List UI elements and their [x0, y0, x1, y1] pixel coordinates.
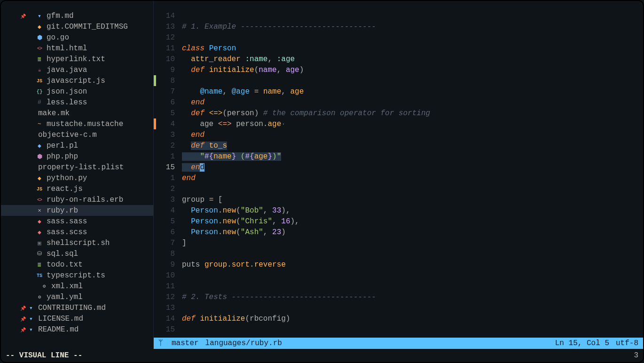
line-number: 1 [154, 174, 180, 182]
xml-icon [41, 283, 47, 290]
code-text: def initialize(name, age) [180, 66, 304, 74]
file-tree-item[interactable]: typescript.ts [1, 270, 153, 281]
code-line[interactable]: 2 def to_s [154, 140, 643, 151]
line-number: 4 [154, 206, 180, 215]
code-line[interactable]: 8 [154, 75, 643, 86]
line-number: 9 [154, 260, 180, 269]
line-number: 10 [154, 55, 180, 63]
code-line[interactable]: 4 age <=> person.age· [154, 118, 643, 129]
code-line[interactable]: 11 [154, 281, 643, 292]
file-tree-item[interactable]: xml.xml [1, 281, 153, 292]
code-line[interactable]: 3 end [154, 129, 643, 140]
code-line[interactable]: 9 def initialize(name, age) [154, 64, 643, 75]
code-text: Person.new("Bob", 33), [180, 206, 290, 215]
code-text: age <=> person.age· [180, 120, 286, 128]
file-tree-item[interactable]: go.go [1, 32, 153, 43]
file-tree-item[interactable]: javascript.js [1, 75, 153, 86]
line-number: 2 [154, 142, 180, 150]
code-text: def to_s [180, 142, 227, 150]
file-tree-item[interactable]: gfm.md [1, 10, 153, 21]
line-number: 13 [154, 304, 180, 312]
file-tree-item[interactable]: perl.pl [1, 140, 153, 151]
file-name-label: CONTRIBUTING.md [38, 304, 106, 312]
file-tree-item[interactable]: shellscript.sh [1, 237, 153, 248]
file-tree-item[interactable]: php.php [1, 151, 153, 162]
less-icon [36, 99, 43, 106]
file-tree-item[interactable]: mustache.mustache [1, 118, 153, 129]
file-tree-item[interactable]: LICENSE.md [1, 313, 153, 324]
code-line[interactable]: 6 Person.new("Ash", 23) [154, 227, 643, 237]
file-name-label: property-list.plist [38, 163, 124, 172]
code-text: end [180, 174, 196, 182]
file-tree-item[interactable]: README.md [1, 324, 153, 335]
file-tree-item[interactable]: property-list.plist [1, 162, 153, 173]
code-line[interactable]: 15 end [154, 162, 643, 173]
code-line[interactable]: 12# 2. Tests ---------------------------… [154, 292, 643, 302]
code-line[interactable]: 2 [154, 183, 643, 194]
code-line[interactable]: 7 @name, @age = name, age [154, 86, 643, 97]
file-name-label: json.json [47, 87, 87, 96]
code-line[interactable]: 7] [154, 237, 643, 248]
code-line[interactable]: 14 [154, 10, 643, 21]
code-text: end [180, 98, 204, 107]
file-tree-item[interactable]: python.py [1, 173, 153, 183]
code-editor[interactable]: 1413# 1. Example -----------------------… [154, 1, 643, 338]
code-line[interactable]: 11class Person [154, 43, 643, 54]
file-tree-item[interactable]: sass.sass [1, 216, 153, 227]
line-number: 6 [154, 98, 180, 107]
perl-icon [36, 142, 43, 150]
file-name-label: sass.sass [47, 217, 87, 226]
file-tree-item[interactable]: git.COMMIT_EDITMSG [1, 21, 153, 32]
md-icon [36, 12, 43, 20]
file-tree-item[interactable]: sql.sql [1, 248, 153, 259]
vim-commandline[interactable]: -- VISUAL LINE -- 3 [1, 349, 643, 362]
file-tree-item[interactable]: ruby-on-rails.erb [1, 194, 153, 205]
vim-mode-indicator: -- VISUAL LINE -- [6, 351, 82, 360]
file-tree-item[interactable]: sass.scss [1, 227, 153, 237]
line-number: 15 [154, 163, 180, 172]
code-line[interactable]: 8 [154, 248, 643, 259]
code-line[interactable]: 5 Person.new("Chris", 16), [154, 216, 643, 227]
file-name-label: sass.scss [47, 228, 87, 237]
code-line[interactable]: 13 [154, 302, 643, 313]
line-number: 3 [154, 131, 180, 139]
code-line[interactable]: 9puts group.sort.reverse [154, 259, 643, 270]
code-line[interactable]: 10 [154, 270, 643, 281]
git-gutter-marker [154, 118, 156, 129]
file-tree-item[interactable]: java.java [1, 64, 153, 75]
file-encoding: utf-8 [616, 339, 638, 347]
line-number: 12 [154, 33, 180, 42]
file-tree-item[interactable]: react.js [1, 183, 153, 194]
line-number: 8 [154, 250, 180, 258]
file-tree-item[interactable]: CONTRIBUTING.md [1, 302, 153, 313]
file-tree-item[interactable]: todo.txt [1, 259, 153, 270]
line-number: 15 [154, 325, 180, 334]
code-line[interactable]: 13# 1. Example -------------------------… [154, 21, 643, 32]
file-tree-item[interactable]: objective-c.m [1, 129, 153, 140]
code-line[interactable]: 1 "#{name} (#{age})" [154, 151, 643, 162]
code-line[interactable]: 1end [154, 173, 643, 183]
code-line[interactable]: 14def initialize(rbconfig) [154, 313, 643, 324]
file-name-label: php.php [47, 152, 78, 161]
vim-count: 3 [634, 351, 638, 360]
file-tree-item[interactable]: html.html [1, 43, 153, 54]
code-line[interactable]: 4 Person.new("Bob", 33), [154, 205, 643, 216]
file-tree-item[interactable]: yaml.yml [1, 292, 153, 302]
code-line[interactable]: 6 end [154, 97, 643, 108]
code-line[interactable]: 5 def <=>(person) # the comparison opera… [154, 108, 643, 118]
file-tree-item[interactable]: ruby.rb [1, 205, 153, 216]
code-line[interactable]: 15 [154, 324, 643, 335]
sass-icon [36, 229, 43, 236]
file-name-label: sql.sql [47, 250, 78, 258]
file-tree-item[interactable]: less.less [1, 97, 153, 108]
code-line[interactable]: 10 attr_reader :name, :age [154, 54, 643, 64]
file-tree-item[interactable]: make.mk [1, 108, 153, 118]
line-number: 13 [154, 23, 180, 31]
code-line[interactable]: 12 [154, 32, 643, 43]
file-name-label: shellscript.sh [47, 239, 110, 247]
code-text: Person.new("Chris", 16), [180, 217, 299, 226]
file-tree-item[interactable]: hyperlink.txt [1, 54, 153, 64]
file-tree-item[interactable]: json.json [1, 86, 153, 97]
file-tree[interactable]: gfm.mdgit.COMMIT_EDITMSGgo.gohtml.htmlhy… [1, 1, 154, 349]
code-line[interactable]: 3group = [ [154, 194, 643, 205]
